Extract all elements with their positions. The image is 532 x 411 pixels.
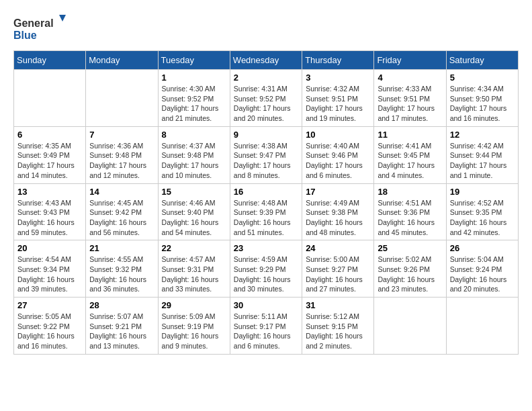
- svg-text:General: General: [13, 17, 54, 29]
- calendar-cell: 16Sunrise: 4:48 AM Sunset: 9:39 PM Dayli…: [230, 183, 302, 240]
- weekday-header: Tuesday: [158, 51, 230, 70]
- calendar-cell: [14, 70, 86, 127]
- calendar-cell: 9Sunrise: 4:38 AM Sunset: 9:47 PM Daylig…: [230, 126, 302, 183]
- calendar-cell: 15Sunrise: 4:46 AM Sunset: 9:40 PM Dayli…: [158, 183, 230, 240]
- svg-marker-2: [59, 15, 66, 21]
- day-number: 26: [450, 243, 515, 253]
- calendar-cell: 25Sunrise: 5:02 AM Sunset: 9:26 PM Dayli…: [374, 240, 446, 298]
- calendar-cell: [374, 298, 446, 355]
- day-number: 13: [17, 187, 82, 197]
- calendar-cell: 3Sunrise: 4:32 AM Sunset: 9:51 PM Daylig…: [302, 70, 374, 127]
- day-number: 18: [378, 187, 442, 197]
- day-number: 30: [234, 300, 298, 310]
- day-number: 10: [306, 130, 370, 140]
- day-number: 20: [17, 243, 82, 253]
- weekday-header: Monday: [86, 51, 158, 70]
- calendar-cell: 8Sunrise: 4:37 AM Sunset: 9:48 PM Daylig…: [158, 126, 230, 183]
- calendar-cell: 17Sunrise: 4:49 AM Sunset: 9:38 PM Dayli…: [302, 183, 374, 240]
- calendar-cell: 31Sunrise: 5:12 AM Sunset: 9:15 PM Dayli…: [302, 298, 374, 355]
- day-number: 9: [234, 130, 298, 140]
- day-info: Sunrise: 5:11 AM Sunset: 9:17 PM Dayligh…: [234, 312, 298, 351]
- calendar-cell: 27Sunrise: 5:05 AM Sunset: 9:22 PM Dayli…: [14, 298, 86, 355]
- calendar-cell: [446, 298, 518, 355]
- day-number: 23: [234, 243, 298, 253]
- day-info: Sunrise: 4:48 AM Sunset: 9:39 PM Dayligh…: [234, 198, 298, 238]
- day-info: Sunrise: 4:57 AM Sunset: 9:31 PM Dayligh…: [162, 255, 226, 294]
- day-info: Sunrise: 5:04 AM Sunset: 9:24 PM Dayligh…: [450, 255, 515, 294]
- calendar-cell: 11Sunrise: 4:41 AM Sunset: 9:45 PM Dayli…: [374, 126, 446, 183]
- calendar-cell: 22Sunrise: 4:57 AM Sunset: 9:31 PM Dayli…: [158, 240, 230, 298]
- day-info: Sunrise: 5:05 AM Sunset: 9:22 PM Dayligh…: [17, 312, 82, 351]
- day-number: 27: [17, 300, 82, 310]
- day-number: 28: [89, 300, 154, 310]
- day-info: Sunrise: 5:00 AM Sunset: 9:27 PM Dayligh…: [306, 255, 370, 294]
- calendar-week-row: 27Sunrise: 5:05 AM Sunset: 9:22 PM Dayli…: [14, 298, 519, 355]
- calendar-week-row: 20Sunrise: 4:54 AM Sunset: 9:34 PM Dayli…: [14, 240, 519, 298]
- calendar-header-row: SundayMondayTuesdayWednesdayThursdayFrid…: [14, 51, 519, 70]
- day-info: Sunrise: 4:34 AM Sunset: 9:50 PM Dayligh…: [450, 84, 515, 124]
- day-info: Sunrise: 4:46 AM Sunset: 9:40 PM Dayligh…: [162, 198, 226, 238]
- calendar-cell: 14Sunrise: 4:45 AM Sunset: 9:42 PM Dayli…: [86, 183, 158, 240]
- calendar-cell: 4Sunrise: 4:33 AM Sunset: 9:51 PM Daylig…: [374, 70, 446, 127]
- day-number: 22: [162, 243, 226, 253]
- calendar-table: SundayMondayTuesdayWednesdayThursdayFrid…: [13, 50, 519, 355]
- calendar-week-row: 1Sunrise: 4:30 AM Sunset: 9:52 PM Daylig…: [14, 70, 519, 127]
- calendar-cell: 13Sunrise: 4:43 AM Sunset: 9:43 PM Dayli…: [14, 183, 86, 240]
- day-number: 25: [378, 243, 442, 253]
- day-number: 14: [89, 187, 154, 197]
- page-header: General Blue: [13, 13, 519, 44]
- day-info: Sunrise: 4:38 AM Sunset: 9:47 PM Dayligh…: [234, 141, 298, 181]
- day-info: Sunrise: 4:31 AM Sunset: 9:52 PM Dayligh…: [234, 84, 298, 124]
- day-number: 15: [162, 187, 226, 197]
- calendar-cell: 7Sunrise: 4:36 AM Sunset: 9:48 PM Daylig…: [86, 126, 158, 183]
- day-number: 2: [234, 73, 298, 83]
- calendar-week-row: 6Sunrise: 4:35 AM Sunset: 9:49 PM Daylig…: [14, 126, 519, 183]
- day-number: 24: [306, 243, 370, 253]
- day-number: 31: [306, 300, 370, 310]
- calendar-cell: 12Sunrise: 4:42 AM Sunset: 9:44 PM Dayli…: [446, 126, 518, 183]
- calendar-cell: 20Sunrise: 4:54 AM Sunset: 9:34 PM Dayli…: [14, 240, 86, 298]
- day-info: Sunrise: 4:32 AM Sunset: 9:51 PM Dayligh…: [306, 84, 370, 124]
- calendar-cell: 18Sunrise: 4:51 AM Sunset: 9:36 PM Dayli…: [374, 183, 446, 240]
- day-info: Sunrise: 4:30 AM Sunset: 9:52 PM Dayligh…: [162, 84, 226, 124]
- day-number: 4: [378, 73, 442, 83]
- svg-text:Blue: Blue: [13, 30, 37, 41]
- day-number: 6: [17, 130, 82, 140]
- calendar-cell: 23Sunrise: 4:59 AM Sunset: 9:29 PM Dayli…: [230, 240, 302, 298]
- day-number: 21: [89, 243, 154, 253]
- day-number: 19: [450, 187, 515, 197]
- weekday-header: Sunday: [14, 51, 86, 70]
- calendar-cell: 19Sunrise: 4:52 AM Sunset: 9:35 PM Dayli…: [446, 183, 518, 240]
- day-number: 11: [378, 130, 442, 140]
- day-info: Sunrise: 4:42 AM Sunset: 9:44 PM Dayligh…: [450, 141, 515, 181]
- calendar-cell: [86, 70, 158, 127]
- day-info: Sunrise: 5:09 AM Sunset: 9:19 PM Dayligh…: [162, 312, 226, 351]
- day-info: Sunrise: 4:35 AM Sunset: 9:49 PM Dayligh…: [17, 141, 82, 181]
- day-info: Sunrise: 4:37 AM Sunset: 9:48 PM Dayligh…: [162, 141, 226, 181]
- day-number: 1: [162, 73, 226, 83]
- day-info: Sunrise: 4:33 AM Sunset: 9:51 PM Dayligh…: [378, 84, 442, 124]
- day-info: Sunrise: 4:45 AM Sunset: 9:42 PM Dayligh…: [89, 198, 154, 238]
- calendar-cell: 1Sunrise: 4:30 AM Sunset: 9:52 PM Daylig…: [158, 70, 230, 127]
- day-info: Sunrise: 4:51 AM Sunset: 9:36 PM Dayligh…: [378, 198, 442, 238]
- day-info: Sunrise: 4:52 AM Sunset: 9:35 PM Dayligh…: [450, 198, 515, 238]
- weekday-header: Thursday: [302, 51, 374, 70]
- day-number: 7: [89, 130, 154, 140]
- calendar-cell: 28Sunrise: 5:07 AM Sunset: 9:21 PM Dayli…: [86, 298, 158, 355]
- calendar-cell: 29Sunrise: 5:09 AM Sunset: 9:19 PM Dayli…: [158, 298, 230, 355]
- day-number: 17: [306, 187, 370, 197]
- calendar-cell: 24Sunrise: 5:00 AM Sunset: 9:27 PM Dayli…: [302, 240, 374, 298]
- day-info: Sunrise: 5:12 AM Sunset: 9:15 PM Dayligh…: [306, 312, 370, 351]
- day-info: Sunrise: 4:36 AM Sunset: 9:48 PM Dayligh…: [89, 141, 154, 181]
- weekday-header: Wednesday: [230, 51, 302, 70]
- logo: General Blue: [13, 13, 67, 44]
- day-info: Sunrise: 4:43 AM Sunset: 9:43 PM Dayligh…: [17, 198, 82, 238]
- day-number: 16: [234, 187, 298, 197]
- day-info: Sunrise: 4:54 AM Sunset: 9:34 PM Dayligh…: [17, 255, 82, 294]
- calendar-cell: 30Sunrise: 5:11 AM Sunset: 9:17 PM Dayli…: [230, 298, 302, 355]
- day-info: Sunrise: 4:55 AM Sunset: 9:32 PM Dayligh…: [89, 255, 154, 294]
- day-info: Sunrise: 5:07 AM Sunset: 9:21 PM Dayligh…: [89, 312, 154, 351]
- calendar-cell: 5Sunrise: 4:34 AM Sunset: 9:50 PM Daylig…: [446, 70, 518, 127]
- day-number: 29: [162, 300, 226, 310]
- day-info: Sunrise: 4:41 AM Sunset: 9:45 PM Dayligh…: [378, 141, 442, 181]
